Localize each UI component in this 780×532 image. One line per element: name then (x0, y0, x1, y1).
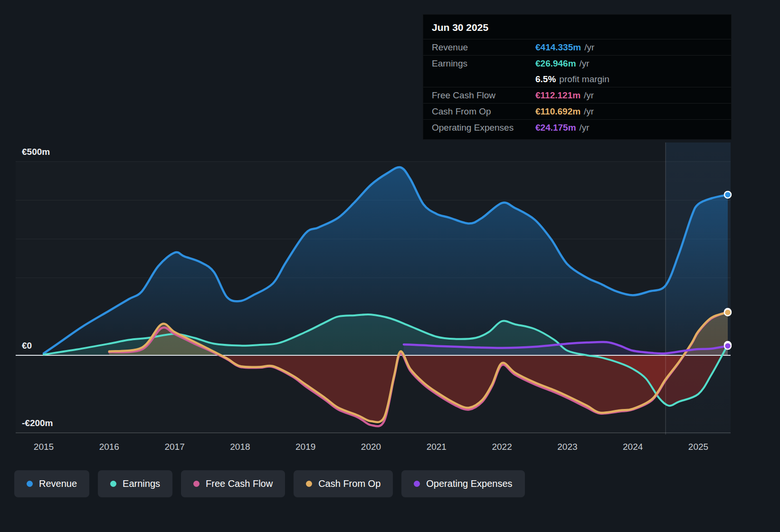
cash-from-op-dot (306, 481, 312, 487)
tooltip-row-label: Earnings (432, 58, 535, 69)
x-tick-2021: 2021 (418, 442, 456, 452)
tooltip-row-suffix: /yr (584, 42, 594, 53)
operating-expenses-dot (414, 481, 420, 487)
tooltip-row-cash-from-op: Cash From Op€110.692m/yr (423, 103, 731, 119)
tooltip-row-suffix: profit margin (559, 74, 609, 85)
cash-from-op-end-marker (724, 309, 731, 316)
tooltip-row-value: €110.692m (535, 106, 580, 117)
y-tick-500m: €500m (22, 147, 50, 157)
tooltip-row-value: 6.5% (535, 74, 556, 85)
chart-screenshot: €500m€0-€200m 20152016201720182019202020… (0, 0, 780, 532)
tooltip-row-value: €112.121m (535, 90, 580, 101)
legend-item-earnings[interactable]: Earnings (98, 470, 172, 497)
tooltip-row-value: €26.946m (535, 58, 576, 69)
x-tick-2019: 2019 (286, 442, 324, 452)
x-tick-2023: 2023 (548, 442, 586, 452)
tooltip-row-label: Cash From Op (432, 106, 535, 117)
tooltip-row-label: Revenue (432, 42, 535, 53)
revenue-dot (27, 481, 33, 487)
free-cash-flow-dot (193, 481, 200, 487)
operating-expenses-end-marker (724, 342, 731, 349)
tooltip-row-profit-margin: 6.5%profit margin (423, 71, 731, 87)
y-tick-200m: -€200m (22, 418, 53, 428)
legend-label: Operating Expenses (426, 478, 512, 489)
legend-label: Revenue (39, 478, 77, 489)
tooltip-panel: Jun 30 2025 Revenue€414.335m/yrEarnings€… (423, 14, 732, 140)
x-tick-2018: 2018 (221, 442, 259, 452)
tooltip-row-value: €414.335m (535, 42, 581, 53)
tooltip-row-suffix: /yr (584, 90, 594, 101)
tooltip-row-operating-expenses: Operating Expenses€24.175m/yr (423, 119, 731, 135)
tooltip-row-suffix: /yr (580, 123, 590, 133)
x-tick-2017: 2017 (156, 442, 194, 452)
x-tick-2025: 2025 (679, 442, 717, 452)
tooltip-row-value: €24.175m (535, 123, 576, 133)
tooltip-row-label: Free Cash Flow (432, 90, 535, 101)
revenue-end-marker (724, 191, 731, 198)
y-tick-0: €0 (22, 341, 32, 351)
tooltip-row-revenue: Revenue€414.335m/yr (423, 39, 731, 55)
tooltip-row-suffix: /yr (580, 58, 590, 69)
legend-item-free-cash-flow[interactable]: Free Cash Flow (181, 470, 285, 497)
tooltip-row-label: Operating Expenses (432, 123, 535, 133)
legend-item-operating-expenses[interactable]: Operating Expenses (401, 470, 524, 497)
x-tick-2020: 2020 (352, 442, 390, 452)
legend-item-cash-from-op[interactable]: Cash From Op (294, 470, 393, 497)
x-tick-2024: 2024 (614, 442, 652, 452)
legend-label: Cash From Op (318, 478, 380, 489)
tooltip-row-suffix: /yr (584, 106, 594, 117)
earnings-dot (110, 481, 116, 487)
page: { "tooltip": { "date": "Jun 30 2025", "r… (0, 0, 780, 532)
legend-label: Free Cash Flow (206, 478, 273, 489)
legend-item-revenue[interactable]: Revenue (14, 470, 89, 497)
x-tick-2016: 2016 (90, 442, 128, 452)
tooltip-row-free-cash-flow: Free Cash Flow€112.121m/yr (423, 87, 731, 103)
x-tick-2015: 2015 (25, 442, 63, 452)
legend: RevenueEarningsFree Cash FlowCash From O… (14, 470, 525, 497)
tooltip-date: Jun 30 2025 (423, 15, 731, 39)
tooltip-rows: Revenue€414.335m/yrEarnings€26.946m/yr6.… (423, 39, 731, 135)
tooltip-row-earnings: Earnings€26.946m/yr (423, 55, 731, 71)
legend-label: Earnings (123, 478, 160, 489)
x-tick-2022: 2022 (483, 442, 521, 452)
